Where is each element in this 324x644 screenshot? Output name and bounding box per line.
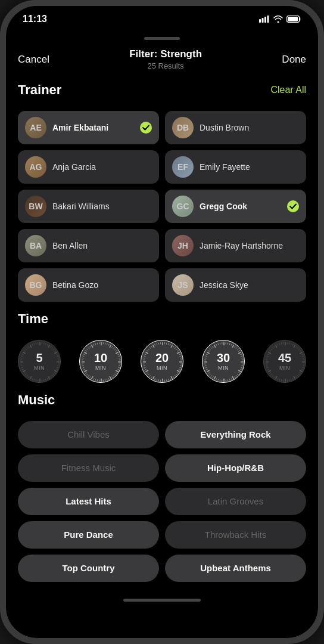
svg-rect-2	[264, 17, 266, 23]
music-item[interactable]: Latest Hits	[18, 488, 159, 515]
music-item[interactable]: Top Country	[18, 555, 159, 582]
svg-line-56	[23, 352, 25, 354]
svg-line-122	[94, 344, 94, 346]
time-button[interactable]: 20MIN	[141, 340, 183, 383]
trainer-item[interactable]: AEAmir Ekbatani	[18, 111, 159, 144]
svg-line-241	[214, 345, 216, 347]
trainer-name: Emily Fayette	[200, 162, 299, 172]
svg-line-206	[238, 370, 241, 372]
svg-line-287	[267, 369, 269, 370]
svg-line-123	[95, 343, 96, 345]
trainer-name: Amir Ekbatani	[52, 123, 134, 132]
svg-line-105	[85, 373, 86, 374]
music-item[interactable]: Everything Rock	[165, 421, 306, 448]
signal-icon	[259, 14, 270, 24]
svg-line-49	[21, 366, 23, 366]
svg-line-199	[241, 358, 243, 358]
music-label: Latin Grooves	[208, 496, 263, 506]
header-subtitle: 25 Results	[129, 61, 202, 70]
svg-line-162	[151, 376, 152, 377]
svg-line-71	[110, 345, 111, 347]
svg-line-45	[24, 373, 25, 374]
svg-line-131	[171, 345, 173, 347]
svg-line-76	[116, 352, 118, 354]
svg-line-117	[85, 351, 86, 352]
svg-line-301	[276, 345, 278, 347]
svg-line-242	[216, 344, 217, 346]
svg-line-12	[51, 346, 52, 347]
svg-line-265	[301, 369, 303, 370]
svg-line-282	[274, 376, 275, 377]
svg-line-304	[281, 343, 282, 345]
svg-line-166	[145, 370, 148, 372]
time-button[interactable]: 45MIN	[263, 340, 306, 383]
svg-line-212	[231, 378, 232, 380]
trainer-item[interactable]: BGBetina Gozo	[18, 268, 159, 302]
svg-line-79	[119, 358, 120, 358]
svg-line-221	[214, 376, 216, 379]
time-button[interactable]: 30MIN	[202, 340, 245, 383]
scrollable-content[interactable]: Cancel Filter: Strength 25 Results Done …	[6, 32, 318, 638]
svg-line-167	[145, 369, 147, 370]
svg-line-26	[54, 370, 57, 372]
trainer-item[interactable]: EFEmily Fayette	[165, 150, 306, 184]
svg-line-129	[168, 343, 169, 345]
svg-line-268	[298, 374, 300, 375]
svg-line-295	[267, 354, 269, 355]
trainer-item[interactable]: BWBakari Williams	[18, 190, 159, 223]
cancel-button[interactable]: Cancel	[18, 54, 49, 66]
done-button[interactable]: Done	[282, 54, 306, 66]
svg-line-160	[155, 378, 155, 380]
svg-line-94	[105, 379, 105, 381]
trainer-name: Jamie-Ray Hartshorne	[200, 241, 299, 250]
music-item[interactable]: Hip-Hop/R&B	[165, 454, 306, 482]
trainer-name: Betina Gozo	[52, 280, 152, 290]
trainer-avatar: JS	[172, 274, 194, 296]
music-label: Hip-Hop/R&B	[207, 463, 264, 473]
svg-line-161	[153, 376, 155, 379]
svg-line-209	[236, 375, 237, 376]
svg-line-256	[300, 352, 302, 354]
trainer-item[interactable]: JHJamie-Ray Hartshorne	[165, 229, 306, 262]
svg-line-223	[211, 375, 212, 376]
check-indicator	[140, 122, 152, 134]
trainer-item[interactable]: GCGregg Cook	[165, 190, 306, 223]
trainer-name: Dustin Brown	[200, 123, 299, 132]
svg-line-240	[213, 346, 214, 347]
svg-line-196	[238, 352, 241, 354]
trainer-item[interactable]: AGAnja Garcia	[18, 150, 159, 184]
svg-line-100	[94, 378, 94, 380]
svg-line-250	[292, 344, 293, 346]
check-indicator	[287, 200, 299, 212]
wifi-icon	[273, 14, 283, 24]
clear-all-button[interactable]: Clear All	[270, 85, 306, 95]
trainer-avatar: EF	[172, 156, 194, 178]
svg-line-279	[279, 379, 280, 381]
music-item[interactable]: Throwback Hits	[165, 521, 306, 549]
trainer-avatar: JH	[172, 235, 194, 256]
music-item[interactable]: Chill Vibes	[18, 421, 159, 448]
trainer-name: Anja Garcia	[52, 162, 152, 172]
svg-line-19	[57, 358, 59, 358]
music-item[interactable]: Fitness Music	[18, 454, 159, 482]
svg-line-149	[175, 375, 176, 376]
svg-line-8	[43, 343, 44, 345]
svg-line-128	[166, 343, 167, 345]
svg-line-204	[241, 367, 243, 368]
svg-line-55	[22, 354, 24, 355]
music-item[interactable]: Upbeat Anthems	[165, 555, 306, 582]
svg-line-175	[145, 354, 147, 355]
svg-line-164	[148, 374, 149, 375]
svg-line-116	[84, 352, 86, 354]
music-item[interactable]: Latin Grooves	[165, 488, 306, 515]
svg-line-298	[270, 349, 272, 350]
trainer-item[interactable]: DBDustin Brown	[165, 111, 306, 144]
time-button[interactable]: 5MIN	[18, 340, 61, 383]
svg-line-61	[30, 345, 32, 347]
svg-line-283	[272, 375, 273, 376]
trainer-item[interactable]: JSJessica Skye	[165, 268, 306, 302]
music-item[interactable]: Pure Dance	[18, 521, 159, 549]
time-button[interactable]: 10MIN	[79, 340, 122, 383]
svg-line-229	[205, 366, 207, 366]
trainer-item[interactable]: BABen Allen	[18, 229, 159, 262]
